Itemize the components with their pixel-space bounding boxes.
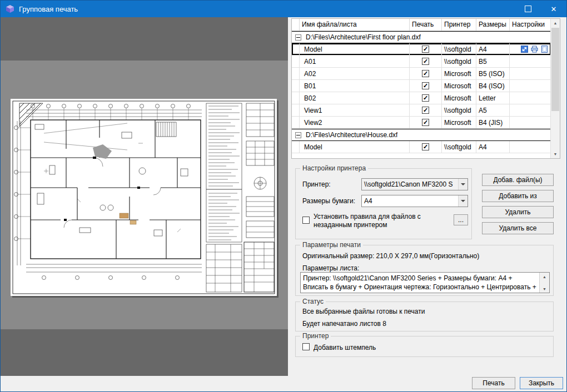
sheet-row[interactable]: B01✓MicrosoftB4 (ISO) [292,80,551,92]
print-checkbox[interactable]: ✓ [422,94,429,102]
print-checkbox[interactable]: ✓ [422,82,429,89]
maximize-icon [525,6,531,12]
scale-icon[interactable] [521,46,528,53]
settings-cell [510,68,551,79]
paper-size-cell: B4 (ISO) [476,80,510,92]
page-frame-icon[interactable] [541,46,548,53]
dropdown-arrow-icon [458,195,467,207]
print-cell: ✓ [410,43,442,55]
settings-cell [510,56,551,67]
paper-size-label: Размеры бумаги: [302,197,355,205]
sheet-params-box[interactable]: Принтер: \\softgold21\Canon MF3200 Serie… [300,272,550,293]
collapse-icon[interactable] [295,34,301,41]
close-dialog-button[interactable]: Закрыть [520,377,563,389]
tree-indent [292,80,300,92]
paper-size-cell: Letter [476,92,510,104]
sheet-name-cell: A01 [300,56,410,67]
tree-indent [292,56,300,67]
printer-cell: \\softgold [442,56,476,67]
print-checkbox[interactable]: ✓ [422,119,429,126]
print-button[interactable]: Печать [472,377,515,389]
tree-indent [292,92,300,104]
sheet-row[interactable]: Model✓\\softgoldA4 [292,141,551,153]
printer-cell: Microsoft [442,117,476,128]
dropdown-arrow-icon [458,179,467,190]
column-header[interactable]: Имя файла/листа [300,19,410,31]
paper-size-cell: B4 (JIS) [476,117,510,128]
file-group-row[interactable]: D:\Files\Architecture\First floor plan.d… [292,31,551,43]
printer-stamp-group: Принтер Добавить штемпель [295,336,554,357]
printer-cell: \\softgold [442,141,476,153]
sheet-row[interactable]: View2✓MicrosoftB4 (JIS) [292,117,551,129]
status-title: Статус [300,298,326,305]
print-checkbox[interactable]: ✓ [422,46,429,53]
titlebar: Групповая печать ✕ [1,1,566,17]
print-cell: ✓ [410,104,442,116]
sheet-params-label: Параметры листа: [302,264,359,272]
tree-indent [292,117,300,128]
print-cell: ✓ [410,92,442,104]
sheet-row[interactable]: B02✓MicrosoftLetter [292,92,551,104]
file-grid-header: Имя файла/листаПечатьПринтерРазмерыНастр… [292,19,551,31]
remove-all-button[interactable]: Удалить все [482,222,554,234]
print-checkbox[interactable]: ✓ [422,70,429,77]
scroll-down-icon[interactable]: ▼ [551,150,560,158]
browse-button[interactable]: ... [454,214,468,225]
sheet-row[interactable]: A01✓\\softgoldB5 [292,56,551,68]
tree-indent [292,43,300,55]
maximize-button[interactable] [515,1,541,17]
app-icon [6,4,14,13]
settings-cell [510,117,551,128]
paper-size-combobox[interactable]: A4 [361,195,468,207]
print-checkbox[interactable]: ✓ [422,143,429,150]
scroll-thumb[interactable] [551,28,559,111]
paper-size-combobox-value: A4 [362,195,458,207]
settings-cell [510,80,551,92]
sheet-name-cell: View2 [300,117,410,128]
column-header[interactable]: Настройки [510,19,551,31]
add-from-button[interactable]: Добавить из [482,190,554,202]
rule-checkbox[interactable] [302,217,310,224]
close-button[interactable]: ✕ [541,1,566,17]
print-cell: ✓ [410,56,442,67]
sheet-row[interactable]: A02✓MicrosoftB5 (ISO) [292,68,551,80]
print-checkbox[interactable]: ✓ [422,58,429,65]
sheet-row[interactable]: Model✓\\softgoldA4 [292,43,551,56]
printer-cell: Microsoft [442,80,476,92]
column-header[interactable]: Принтер [442,19,476,31]
tree-indent [292,68,300,79]
sheet-name-cell: B02 [300,92,410,104]
print-params-group: Параметры печати Оригинальный размер: 21… [295,245,554,296]
print-preview-pane [1,17,288,376]
file-group-row[interactable]: D:\Files\Architecture\House.dxf [292,129,551,141]
collapse-icon[interactable] [295,132,301,138]
printer-icon[interactable] [531,46,538,53]
settings-cell [510,141,551,153]
settings-cell [510,43,551,55]
column-header[interactable]: Печать [410,19,442,31]
sheet-params-text: Принтер: \\softgold21\Canon MF3200 Serie… [303,274,538,293]
params-scrollbar[interactable]: ▲ ▼ [539,273,549,293]
printer-combobox[interactable]: \\softgold21\Canon MF3200 S [361,178,468,190]
grid-scrollbar[interactable]: ▲ ▼ [550,19,560,158]
sheet-row[interactable]: View1✓\\softgoldA5 [292,104,551,117]
scroll-up-icon[interactable]: ▲ [551,19,560,27]
params-scroll-down-icon[interactable]: ▼ [540,285,549,293]
window-title: Групповая печать [19,5,515,13]
printer-settings-group: Настройки принтера Принтер: \\softgold21… [295,168,472,239]
printer-combobox-value: \\softgold21\Canon MF3200 S [362,179,458,190]
stamp-checkbox[interactable] [302,343,310,350]
add-files-button[interactable]: Добав. файл(ы) [482,174,554,186]
rule-checkbox-label[interactable]: Установить правила для файлов с незаданн… [314,213,442,229]
print-params-title: Параметры печати [300,241,363,249]
print-checkbox[interactable]: ✓ [422,107,429,114]
column-header[interactable]: Размеры [476,19,510,31]
print-cell: ✓ [410,68,442,79]
params-scroll-up-icon[interactable]: ▲ [540,273,549,280]
printer-cell: Microsoft [442,68,476,79]
remove-button[interactable]: Удалить [482,206,554,218]
status-line1: Все выбранные файлы готовы к печати [302,308,425,315]
stamp-checkbox-label[interactable]: Добавить штемпель [314,344,376,351]
floor-plan-drawing [11,99,277,296]
settings-cell [510,104,551,116]
